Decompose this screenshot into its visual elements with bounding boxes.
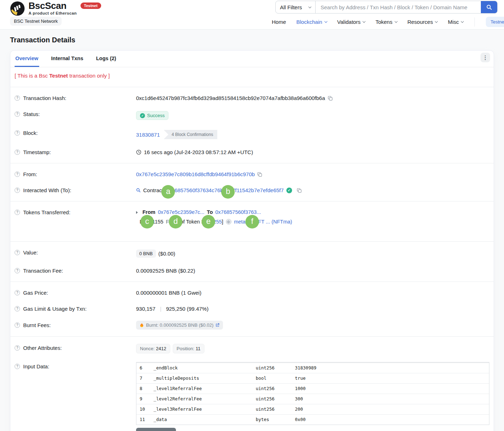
fee-value: 0.00092525 BNB ($0.22) (136, 268, 195, 274)
clock-icon (136, 149, 141, 155)
contract-lens-icon[interactable] (136, 188, 141, 193)
bscscan-logo-icon (10, 1, 25, 16)
status-badge: Success (136, 111, 168, 120)
row-label: Tokens Transferred: (23, 209, 71, 215)
nonce-badge: Nonce: 2412 (136, 344, 170, 353)
brand[interactable]: BscScan A product of Etherscan Testnet (10, 1, 101, 16)
chevron-down-icon (461, 20, 464, 23)
tab-overview[interactable]: Overview (15, 56, 39, 67)
annotation-marker-a[interactable]: a (161, 185, 175, 199)
nav-misc[interactable]: Misc (448, 19, 463, 25)
check-circle-icon (140, 113, 145, 118)
row-gas-price: Gas Price: 0.000000001 BNB (1 Gwei) (15, 285, 489, 301)
row-label: Gas Limit & Usage by Txn: (23, 306, 87, 312)
row-burnt-fees: Burnt Fees: Burnt: 0.000092525 BNB ($0.0… (15, 317, 489, 333)
transfer-to-link[interactable]: 0x76857560f3763... (215, 209, 261, 215)
tab-logs[interactable]: Logs (2) (95, 56, 117, 67)
help-icon[interactable] (15, 290, 20, 295)
brand-testnet-badge: Testnet (80, 2, 101, 9)
help-icon[interactable] (15, 306, 20, 311)
copy-icon[interactable] (328, 96, 333, 101)
section-addresses: From: 0x767e5c2359e7c809b16d8cffdb9464f9… (10, 163, 494, 201)
verified-check-icon (286, 188, 292, 193)
search-button[interactable] (481, 1, 497, 13)
help-icon[interactable] (15, 111, 20, 117)
row-label: Status: (23, 111, 40, 117)
help-icon[interactable] (15, 210, 20, 215)
token-transfer-line1: From 0x767e5c2359e7c... To 0x76857560f37… (136, 209, 489, 215)
network-chip: BSC Testnet Network (10, 17, 62, 26)
help-icon[interactable] (15, 250, 20, 255)
more-options-button[interactable] (480, 53, 490, 62)
input-data-table[interactable]: 6_endBlockuint25631830989 7_multipleDepo… (136, 362, 489, 425)
table-row: 9_level2ReferralFeeuint256300 (136, 394, 489, 404)
row-input-data: Input Data: 6_endBlockuint25631830989 7_… (15, 358, 489, 431)
row-status: Status: Success (15, 106, 489, 125)
nav-home[interactable]: Home (272, 19, 286, 25)
transaction-card: Overview Internal Txns Logs (2) [ This i… (10, 50, 494, 431)
search-filter-select[interactable]: All Filters (276, 1, 316, 13)
chevron-down-icon (308, 5, 311, 8)
help-icon[interactable] (15, 268, 20, 273)
nav-resources[interactable]: Resources (407, 19, 438, 25)
row-label: Gas Price: (23, 290, 48, 296)
position-badge: Position: 11 (173, 344, 204, 353)
site-header: BscScan A product of Etherscan Testnet B… (0, 0, 504, 30)
help-icon[interactable] (15, 95, 20, 101)
search-filter-label: All Filters (280, 4, 302, 10)
switch-back-button[interactable]: Switch Back (136, 428, 176, 431)
search-input[interactable] (316, 1, 481, 13)
copy-icon[interactable] (257, 172, 262, 177)
help-icon[interactable] (15, 188, 20, 193)
caret-right-icon[interactable] (136, 211, 138, 214)
row-label: Burnt Fees: (23, 322, 51, 328)
transfer-from-link[interactable]: 0x767e5c2359e7c... (158, 209, 204, 215)
help-icon[interactable] (15, 364, 20, 369)
testnet-notice: [ This is a Bsc Testnet transaction only… (10, 67, 494, 87)
annotation-marker-d[interactable]: d (169, 215, 182, 228)
copy-icon[interactable] (297, 188, 302, 193)
table-row: 11_databytes0x00 (136, 415, 489, 425)
row-label: Value: (23, 249, 38, 256)
value-usd: ($0.00) (159, 251, 176, 257)
block-number-link[interactable]: 31830871 (136, 132, 160, 138)
nav-divider (474, 17, 475, 27)
help-icon[interactable] (15, 149, 20, 155)
tab-bar: Overview Internal Txns Logs (2) (10, 51, 494, 67)
row-label: Input Data: (23, 363, 49, 369)
help-icon[interactable] (15, 130, 20, 136)
network-switch-button[interactable]: Testnet (486, 17, 504, 27)
tab-internal-txns[interactable]: Internal Txns (51, 56, 84, 67)
section-other-input: Other Attributes: Nonce: 2412 Position: … (10, 337, 494, 431)
annotation-marker-e[interactable]: e (202, 215, 215, 228)
table-row: 8_level1ReferralFeeuint2561000 (136, 384, 489, 394)
row-block: Block: 31830871 4 Block Confirmations (15, 125, 489, 144)
annotation-marker-b[interactable]: b (221, 185, 235, 199)
row-value: Value: 0 BNB ($0.00) (15, 245, 489, 263)
section-overview-top: Transaction Hash: 0xc1d6e45247b987fc34fb… (10, 87, 494, 163)
annotation-marker-f[interactable]: f (245, 215, 259, 228)
row-timestamp: Timestamp: 16 secs ago (Jul-24-2023 08:5… (15, 144, 489, 160)
burnt-fees-badge: Burnt: 0.000092525 BNB ($0.02) (136, 321, 223, 330)
contract-word: Contract (143, 187, 163, 193)
value-badge: 0 BNB (136, 249, 156, 258)
search-bar: All Filters (275, 1, 498, 14)
chevron-down-icon (435, 20, 438, 23)
search-icon (486, 4, 492, 10)
help-icon[interactable] (15, 322, 20, 328)
help-icon[interactable] (15, 345, 20, 351)
token-name-link[interactable]: metapro NFT ... (NFTma) (234, 219, 292, 225)
row-label: Transaction Hash: (23, 95, 66, 101)
row-label: Other Attributes: (23, 345, 62, 351)
help-icon[interactable] (15, 172, 20, 177)
nav-blockchain[interactable]: Blockchain (296, 19, 327, 25)
page-title: Transaction Details (10, 36, 494, 44)
external-link-icon[interactable] (215, 323, 219, 327)
annotation-marker-c[interactable]: c (140, 215, 154, 228)
nav-validators[interactable]: Validators (337, 19, 365, 25)
from-address-link[interactable]: 0x767e5c2359e7c809b16d8cffdb9464f91b6c97… (136, 171, 255, 177)
row-label: From: (23, 171, 37, 177)
chevron-down-icon (394, 20, 397, 23)
brand-name: BscScan (28, 1, 77, 10)
nav-tokens[interactable]: Tokens (375, 19, 397, 25)
